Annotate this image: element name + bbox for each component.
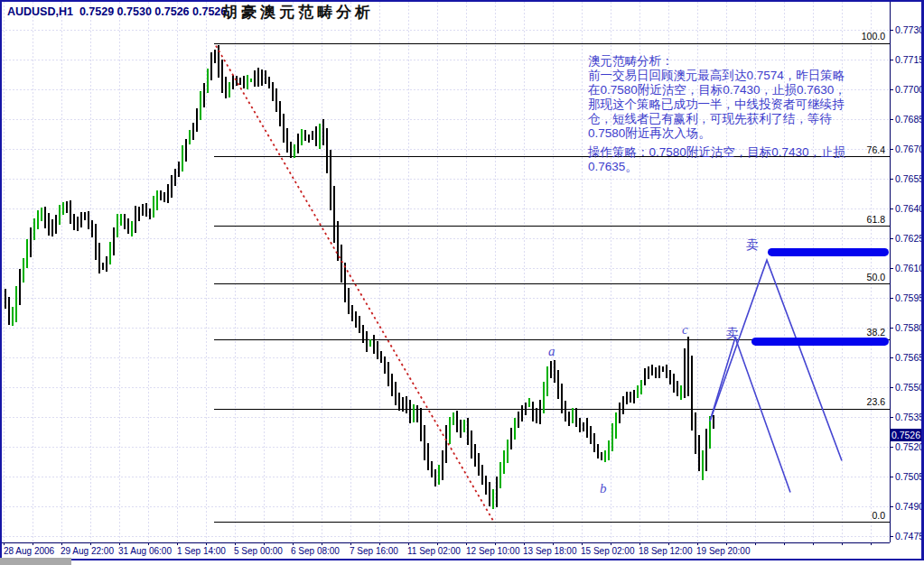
projection-line[interactable] bbox=[710, 260, 842, 460]
strategy-annotation: 操作策略：0.7580附近沽空，目标0.7430，止损0.7635。 bbox=[588, 145, 891, 174]
horizontal-scrollbar-thumb[interactable] bbox=[0, 558, 71, 565]
time-axis-label: 1 Sep 14:00 bbox=[177, 546, 226, 556]
projection-line[interactable] bbox=[710, 338, 790, 493]
time-axis-label: 12 Sep 10:00 bbox=[466, 546, 520, 556]
wave-b-label: b bbox=[600, 481, 607, 496]
price-axis-label: 0.7490 bbox=[895, 501, 924, 512]
annotation-line: 操作策略：0.7580附近沽空，目标0.7430，止损 bbox=[588, 145, 891, 160]
annotation-line: 0.7580附近再次入场。 bbox=[588, 126, 891, 141]
price-axis-label: 0.7685 bbox=[895, 114, 924, 125]
annotation-line: 在0.7580附近沽空，目标0.7430，止损0.7630， bbox=[588, 83, 891, 97]
sell-mark-lower[interactable]: 卖 bbox=[726, 326, 739, 340]
price-axis-label: 0.7550 bbox=[895, 382, 924, 393]
price-axis-label: 0.7655 bbox=[895, 173, 924, 184]
time-axis-label: 7 Sep 16:00 bbox=[350, 546, 398, 556]
price-axis-label: 0.7595 bbox=[895, 292, 924, 303]
price-axis-label: 0.7565 bbox=[895, 352, 924, 363]
price-axis-label: 0.7730 bbox=[895, 24, 924, 35]
time-axis-label: 13 Sep 18:00 bbox=[523, 546, 577, 556]
quote-line: AUDUSD,H1 0.7529 0.7530 0.7526 0.7526 bbox=[7, 5, 227, 18]
price-axis-label: 0.7505 bbox=[895, 471, 924, 482]
sell-zone-bar[interactable] bbox=[768, 248, 889, 256]
time-axis-label: 6 Sep 08:00 bbox=[291, 546, 340, 556]
fib-level-label: 50.0 bbox=[867, 272, 886, 282]
wave-c-label: c bbox=[682, 322, 688, 337]
chart-window: 100.076.461.850.038.223.60.00.77300.7715… bbox=[0, 0, 924, 565]
sell-mark-upper[interactable]: 卖 bbox=[746, 237, 759, 252]
price-axis-label: 0.7700 bbox=[895, 84, 924, 95]
time-axis-label: 28 Aug 2006 bbox=[4, 546, 55, 556]
analysis-annotation: 澳元范畴分析：前一交易日回顾澳元最高到达0.7574，昨日策略在0.7580附近… bbox=[588, 54, 891, 141]
sell-zone-bar[interactable] bbox=[751, 338, 889, 346]
annotation-line: 仓，短线者已有赢利，可现先获利了结，等待 bbox=[588, 112, 891, 126]
fib-level-label: 23.6 bbox=[867, 396, 886, 407]
price-axis-label: 0.7520 bbox=[895, 441, 924, 452]
price-axis-label: 0.7580 bbox=[895, 322, 924, 333]
price-axis-label: 0.7475 bbox=[895, 531, 924, 542]
wave-a-label: a bbox=[548, 344, 555, 358]
time-axis-label: 15 Sep 02:00 bbox=[581, 546, 635, 556]
time-axis-label: 18 Sep 12:00 bbox=[639, 546, 693, 556]
time-axis-label: 19 Sep 20:00 bbox=[696, 546, 751, 556]
time-axis-label: 31 Aug 06:00 bbox=[118, 546, 172, 556]
fib-level-label: 38.2 bbox=[867, 327, 886, 338]
window-border-bottom bbox=[0, 559, 924, 560]
fib-level-label: 61.8 bbox=[867, 214, 886, 225]
fib-level-label: 0.0 bbox=[872, 510, 885, 521]
annotation-line: 前一交易日回顾澳元最高到达0.7574，昨日策略 bbox=[588, 69, 891, 83]
symbol-timeframe: AUDUSD,H1 bbox=[7, 5, 73, 18]
price-axis-label: 0.7670 bbox=[895, 144, 924, 154]
quote-ohlc: 0.7529 0.7530 0.7526 0.7526 bbox=[79, 5, 227, 18]
annotation-line: 澳元范畴分析： bbox=[588, 54, 891, 69]
window-border-left bbox=[0, 0, 2, 560]
price-axis-label: 0.7640 bbox=[895, 203, 924, 214]
annotation-line: 0.7635。 bbox=[588, 160, 891, 174]
price-axis-label: 0.7535 bbox=[895, 412, 924, 422]
time-axis-label: 5 Sep 00:00 bbox=[234, 546, 283, 556]
price-axis-label: 0.7625 bbox=[895, 233, 924, 244]
current-price-badge: 0.7526 bbox=[891, 429, 921, 441]
fib-level-label: 100.0 bbox=[862, 31, 885, 42]
time-axis-label: 11 Sep 02:00 bbox=[407, 546, 461, 556]
price-axis-label: 0.7715 bbox=[895, 54, 924, 65]
window-border-top bbox=[0, 0, 924, 2]
chart-title: 胡豪澳元范畴分析 bbox=[222, 2, 374, 23]
annotation-line: 那现这个策略已成功一半，中线投资者可继续持 bbox=[588, 97, 891, 112]
price-axis-label: 0.7610 bbox=[895, 263, 924, 273]
time-axis-label: 29 Aug 22:00 bbox=[61, 546, 114, 556]
